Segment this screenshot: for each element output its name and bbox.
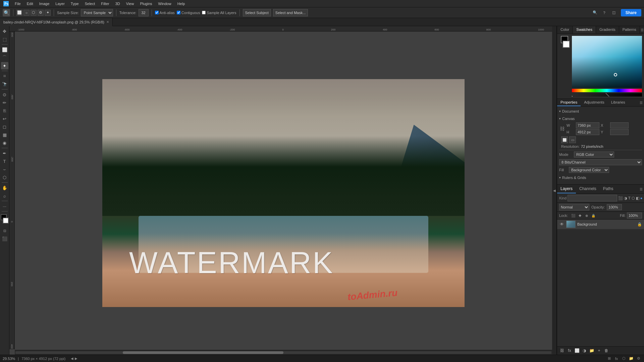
status-channel-icon[interactable]: ⬡ xyxy=(621,356,627,361)
doc-tab-close[interactable]: ✕ xyxy=(106,20,109,24)
sample-custom-btn[interactable]: ⬡ xyxy=(31,10,37,16)
heal-tool[interactable]: ⊙ xyxy=(1,91,8,98)
layers-filter-toggle[interactable]: ● xyxy=(640,195,643,201)
more-tools[interactable]: ··· xyxy=(1,202,8,210)
select-mask-button[interactable]: Select and Mask... xyxy=(273,9,308,16)
path-tool[interactable]: ⌣ xyxy=(1,166,8,173)
scrollbar-thumb[interactable] xyxy=(123,351,283,354)
status-arrows[interactable]: ◀ ▶ xyxy=(71,357,77,360)
menu-view[interactable]: View xyxy=(123,1,137,6)
background-color[interactable] xyxy=(3,218,9,224)
rulers-section-header[interactable]: ▾ Rulers & Grids xyxy=(559,175,642,180)
menu-image[interactable]: Image xyxy=(37,1,52,6)
history-brush-tool[interactable]: ↩ xyxy=(1,115,8,122)
menu-plugins[interactable]: Plugins xyxy=(137,1,155,6)
document-tab[interactable]: bailey-zindel-NRQV-h8F10M-unsplash.png @… xyxy=(0,18,113,26)
dodge-tool[interactable]: ◉ xyxy=(1,139,8,146)
menu-select[interactable]: Select xyxy=(82,1,98,6)
lock-pixels-btn[interactable]: ⬛ xyxy=(571,213,576,218)
sample-square-btn[interactable]: ⬜ xyxy=(16,10,22,16)
text-tool[interactable]: T xyxy=(1,158,8,165)
mode-select[interactable]: RGB Color xyxy=(574,152,614,158)
status-settings-icon[interactable]: ⚙ xyxy=(636,356,641,361)
layers-filter-shape[interactable]: ⬡ xyxy=(632,195,635,201)
status-grid-icon[interactable]: ⊞ xyxy=(606,356,612,361)
status-fx-icon[interactable]: fx xyxy=(614,356,619,361)
fill-input[interactable] xyxy=(627,213,642,219)
tab-libraries[interactable]: Libraries xyxy=(608,99,629,106)
layer-add-btn[interactable]: + xyxy=(596,348,602,354)
tab-color[interactable]: Color xyxy=(557,26,573,34)
canvas-height-input[interactable] xyxy=(576,129,599,135)
menu-filter[interactable]: Filter xyxy=(98,1,112,6)
layers-panel-menu[interactable]: ☰ xyxy=(640,187,643,191)
brush-tool[interactable]: ✏ xyxy=(1,99,8,106)
canvas-x-input[interactable] xyxy=(610,122,629,128)
opacity-input[interactable] xyxy=(607,204,622,210)
layer-adjustment-btn[interactable]: ◑ xyxy=(581,348,587,354)
contiguous-checkbox[interactable] xyxy=(177,11,180,14)
search-icon[interactable]: 🔍 xyxy=(591,9,599,16)
sample-all-checkbox[interactable] xyxy=(202,11,206,14)
link-chain-icon[interactable]: ⛓ xyxy=(559,126,565,132)
hand-tool[interactable]: ✋ xyxy=(1,184,8,191)
tab-channels[interactable]: Channels xyxy=(576,185,600,193)
help-icon[interactable]: ? xyxy=(601,9,608,16)
sample-pick-btn[interactable]: ✦ xyxy=(45,10,51,16)
quick-mask[interactable]: ⊡ xyxy=(1,227,8,234)
menu-file[interactable]: File xyxy=(12,1,23,6)
layer-mask-btn[interactable]: ⬜ xyxy=(574,348,580,354)
layer-delete-btn[interactable]: 🗑 xyxy=(603,348,609,354)
portrait-icon[interactable]: ⬜ xyxy=(561,136,568,143)
layers-search-input[interactable] xyxy=(568,195,617,201)
menu-type[interactable]: Type xyxy=(68,1,82,6)
lock-all-btn[interactable]: 🔒 xyxy=(591,213,596,218)
color-gradient-picker[interactable] xyxy=(572,36,642,88)
layer-link-btn[interactable]: ⛓ xyxy=(559,348,565,354)
anti-alias-checkbox[interactable] xyxy=(155,11,159,14)
menu-3d[interactable]: 3D xyxy=(113,1,123,6)
contiguous-checkbox-wrap[interactable]: Contiguous xyxy=(177,11,200,15)
crop-tool[interactable]: ⌗ xyxy=(1,72,8,80)
pen-tool[interactable]: ✒ xyxy=(1,149,8,157)
move-tool[interactable]: ✥ xyxy=(1,27,8,35)
sample-circle-btn[interactable]: ○ xyxy=(23,10,30,16)
tab-adjustments[interactable]: Adjustments xyxy=(581,99,608,106)
tab-patterns[interactable]: Patterns xyxy=(619,26,640,34)
canvas-y-input[interactable] xyxy=(610,129,629,135)
shape-tool[interactable]: ⬡ xyxy=(1,174,8,181)
document-section-header[interactable]: ▾ Document xyxy=(559,109,642,114)
hue-slider[interactable] xyxy=(572,89,642,92)
properties-menu[interactable]: ☰ xyxy=(640,101,643,105)
eyedropper-tool-icon[interactable]: 🔍 xyxy=(3,9,10,16)
sample-settings-btn[interactable]: ⚙ xyxy=(38,10,44,16)
stamp-tool[interactable]: ⎘ xyxy=(1,107,8,114)
lock-position-btn[interactable]: ✚ xyxy=(577,213,583,218)
canvas-width-input[interactable] xyxy=(576,122,599,128)
tab-paths[interactable]: Paths xyxy=(600,185,617,193)
screen-mode[interactable]: ⬛ xyxy=(1,235,8,242)
layer-row-background[interactable]: 👁 Background 🔒 xyxy=(557,220,644,229)
select-subject-button[interactable]: Select Subject xyxy=(243,9,271,16)
scrollbar-track[interactable] xyxy=(15,351,551,354)
layers-filter-smart[interactable]: ◧ xyxy=(636,195,639,201)
panel-collapse-button[interactable]: ◀ xyxy=(552,26,557,355)
tab-swatches[interactable]: Swatches xyxy=(573,26,596,34)
landscape-icon[interactable]: ▭ xyxy=(569,136,576,143)
layer-group-btn[interactable]: 📁 xyxy=(589,348,595,354)
fill-select[interactable]: Background Color xyxy=(569,167,609,173)
marquee-tool[interactable]: ⬜ xyxy=(1,46,8,53)
bit-depth-select[interactable]: 8 Bits/Channel xyxy=(559,159,642,165)
canvas-section-header[interactable]: ▾ Canvas xyxy=(559,116,642,121)
alpha-slider[interactable] xyxy=(572,93,642,97)
sample-size-select[interactable]: Point Sample xyxy=(81,9,113,16)
anti-alias-checkbox-wrap[interactable]: Anti-alias xyxy=(155,11,175,15)
tolerance-input[interactable] xyxy=(139,9,149,16)
lasso-tool[interactable]: ⌒ xyxy=(1,54,8,61)
layer-visibility-eye[interactable]: 👁 xyxy=(559,222,565,227)
menu-layer[interactable]: Layer xyxy=(53,1,67,6)
layers-filter-type[interactable]: T xyxy=(628,195,631,201)
canvas-image[interactable]: WATERMARK toAdmin.ru xyxy=(102,79,465,307)
layers-filter-pixel[interactable]: ⬛ xyxy=(618,195,623,201)
eraser-tool[interactable]: ◻ xyxy=(1,123,8,130)
